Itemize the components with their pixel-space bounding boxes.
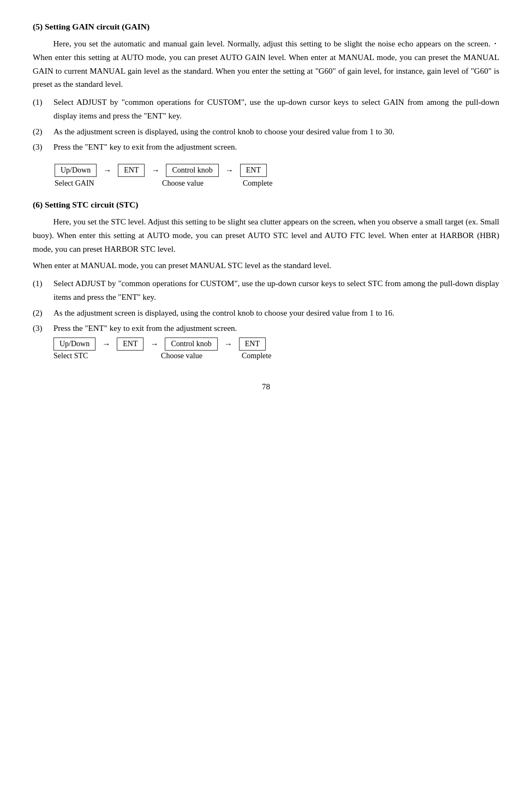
flow-arrow-3: → xyxy=(225,166,234,175)
section-5-para1: Here, you set the automatic and manual g… xyxy=(33,37,499,91)
flow-label-2: Choose value xyxy=(156,179,210,188)
section-6-step2: (2) As the adjustment screen is displaye… xyxy=(33,306,499,320)
s6-step1-num: (1) xyxy=(33,277,53,291)
flow-label-3: Complete xyxy=(243,179,272,188)
section-6-step3: (3) Press the "ENT" key to exit from the… xyxy=(33,322,499,335)
step1-text: Select ADJUST by "common operations for … xyxy=(53,96,499,123)
page-number: 78 xyxy=(33,382,499,392)
s6-flow-arrow-3: → xyxy=(224,340,232,349)
s6-step2-text: As the adjustment screen is displayed, u… xyxy=(53,306,499,320)
section-6-title: (6) Setting STC circuit (STC) xyxy=(33,200,499,210)
step1-num: (1) xyxy=(33,96,53,109)
s6-flow-box-4: ENT xyxy=(239,337,266,351)
step2-text: As the adjustment screen is displayed, u… xyxy=(53,125,499,139)
s6-step2-num: (2) xyxy=(33,306,53,320)
s6-flow-box-3: Control knob xyxy=(165,337,217,351)
s6-step1-text: Select ADJUST by "common operations for … xyxy=(53,277,499,304)
section-5-flow-diagram: Up/Down → ENT → Control knob → ENT xyxy=(55,164,499,177)
step2-num: (2) xyxy=(33,125,53,139)
s6-flow-box-2: ENT xyxy=(117,337,144,351)
s6-flow-box-1: Up/Down xyxy=(53,337,95,351)
step3-text: Press the "ENT" key to exit from the adj… xyxy=(53,140,499,154)
flow-box-2: ENT xyxy=(118,164,145,177)
s6-flow-arrow-2: → xyxy=(150,340,158,349)
flow-label-1: Select GAIN xyxy=(55,179,98,188)
section-5-flow-labels: Select GAIN Choose value Complete xyxy=(55,179,499,188)
s6-flow-arrow-1: → xyxy=(102,340,110,349)
section-5-step1: (1) Select ADJUST by "common operations … xyxy=(33,96,499,123)
section-5-step3: (3) Press the "ENT" key to exit from the… xyxy=(33,140,499,154)
step3-num: (3) xyxy=(33,140,53,154)
s6-flow-label-1: Select STC xyxy=(53,352,97,360)
s6-step3-text: Press the "ENT" key to exit from the adj… xyxy=(53,322,499,335)
section-6: (6) Setting STC circuit (STC) Here, you … xyxy=(33,200,499,360)
section-5: (5) Setting GAIN circuit (GAIN) Here, yo… xyxy=(33,22,499,188)
section-5-title: (5) Setting GAIN circuit (GAIN) xyxy=(33,22,499,32)
flow-arrow-1: → xyxy=(103,166,111,175)
flow-arrow-2: → xyxy=(151,166,159,175)
flow-box-4: ENT xyxy=(240,164,267,177)
section-6-para1: Here, you set the STC level. Adjust this… xyxy=(33,215,499,256)
section-6-para2: When enter at MANUAL mode, you can prese… xyxy=(33,259,499,272)
section-6-flow-diagram: Up/Down → ENT → Control knob → ENT xyxy=(53,337,499,351)
s6-flow-label-2: Choose value xyxy=(154,352,209,360)
section-6-step1: (1) Select ADJUST by "common operations … xyxy=(33,277,499,304)
s6-flow-label-3: Complete xyxy=(242,352,271,360)
section-6-flow-labels: Select STC Choose value Complete xyxy=(53,352,499,360)
s6-step3-num: (3) xyxy=(33,322,53,335)
flow-box-3: Control knob xyxy=(166,164,218,177)
section-5-step2: (2) As the adjustment screen is displaye… xyxy=(33,125,499,139)
flow-box-1: Up/Down xyxy=(55,164,97,177)
